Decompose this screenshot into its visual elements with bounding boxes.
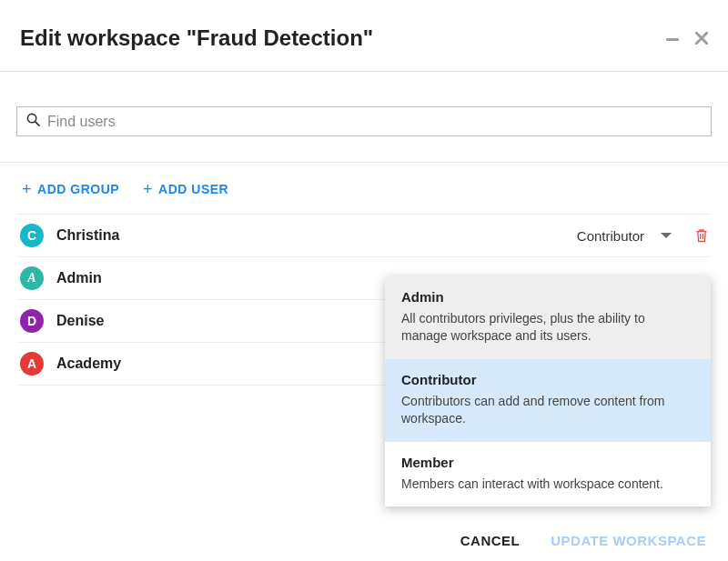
edit-workspace-dialog: Edit workspace "Fraud Detection" + ADD G… — [0, 0, 728, 561]
search-input[interactable] — [47, 114, 702, 130]
minimize-button[interactable] — [666, 29, 679, 47]
role-dropdown: Admin All contributors privileges, plus … — [385, 276, 711, 506]
plus-icon: + — [143, 181, 153, 197]
user-row: C Christina Contributor — [16, 214, 712, 257]
role-option-admin[interactable]: Admin All contributors privileges, plus … — [385, 276, 711, 359]
avatar: A — [20, 352, 44, 376]
dialog-header: Edit workspace "Fraud Detection" — [0, 0, 728, 72]
role-option-title: Admin — [401, 289, 694, 305]
actions-row: + ADD GROUP + ADD USER — [0, 163, 728, 206]
chevron-down-icon — [661, 233, 672, 238]
add-user-label: ADD USER — [158, 182, 228, 196]
avatar: A — [20, 266, 44, 290]
minimize-icon — [666, 38, 679, 41]
role-option-contributor[interactable]: Contributor Contributors can add and rem… — [385, 359, 711, 442]
svg-line-1 — [35, 122, 39, 125]
add-user-button[interactable]: + ADD USER — [143, 181, 228, 197]
role-option-title: Member — [401, 455, 694, 470]
window-controls — [666, 29, 708, 47]
role-option-member[interactable]: Member Members can interact with workspa… — [385, 442, 711, 507]
role-label: Contributor — [577, 228, 644, 244]
close-icon — [695, 32, 708, 45]
role-option-desc: All contributors privileges, plus the ab… — [401, 310, 694, 345]
dialog-footer: CANCEL UPDATE WORKSPACE — [460, 533, 706, 548]
search-icon — [26, 113, 40, 130]
update-workspace-button[interactable]: UPDATE WORKSPACE — [551, 533, 706, 548]
plus-icon: + — [22, 181, 32, 197]
role-option-desc: Contributors can add and remove content … — [401, 393, 694, 427]
dialog-title: Edit workspace "Fraud Detection" — [20, 25, 373, 51]
add-group-button[interactable]: + ADD GROUP — [22, 181, 119, 197]
add-group-label: ADD GROUP — [37, 182, 119, 196]
search-box[interactable] — [16, 106, 712, 136]
role-select[interactable]: Contributor — [577, 228, 672, 244]
user-name: Christina — [56, 227, 577, 244]
avatar: C — [20, 224, 44, 247]
role-option-desc: Members can interact with workspace cont… — [401, 476, 694, 493]
delete-user-button[interactable] — [695, 228, 708, 243]
close-button[interactable] — [695, 29, 708, 47]
search-section — [0, 72, 728, 163]
avatar: D — [20, 309, 44, 333]
role-option-title: Contributor — [401, 372, 694, 387]
trash-icon — [695, 228, 708, 243]
cancel-button[interactable]: CANCEL — [460, 533, 521, 548]
